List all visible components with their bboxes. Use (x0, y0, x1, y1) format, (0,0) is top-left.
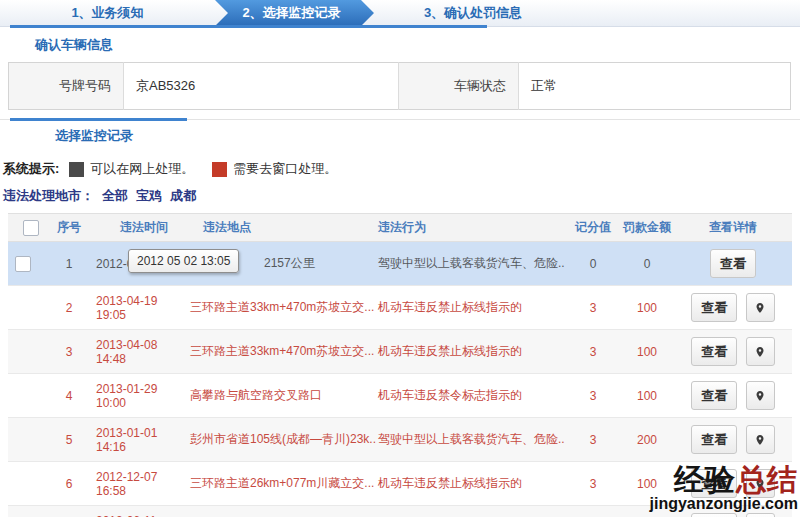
map-pin-button[interactable] (746, 293, 775, 322)
map-pin-icon (754, 301, 766, 315)
records-section-title: 选择监控记录 (55, 127, 800, 145)
view-button[interactable]: 查看 (691, 337, 737, 366)
map-pin-icon (754, 345, 766, 359)
cell-time-text: 2013-04-19 19:05 (96, 294, 157, 322)
table-row[interactable]: 5 2013-01-01 14:16 彭州市省道105线(成都—青川)23k..… (8, 418, 792, 462)
cell-seq: 4 (48, 374, 90, 418)
watermark-title: 经验总结 (650, 465, 798, 495)
view-button[interactable]: 查看 (691, 381, 737, 410)
tab-step-3-confirm-penalty[interactable]: 3、确认处罚信息 (368, 0, 578, 26)
header-behavior: 违法行为 (376, 214, 566, 242)
table-header-row: 序号 违法时间 违法地点 违法行为 记分值 罚款金额 查看详情 (8, 214, 792, 242)
view-button-label: 查看 (720, 255, 746, 273)
cell-behavior: 驾驶中型以上载客载货汽车、危险.. (376, 242, 566, 286)
view-button[interactable]: 查看 (710, 249, 756, 278)
header-seq: 序号 (48, 214, 90, 242)
vehicle-status-value: 正常 (519, 63, 791, 110)
map-pin-button[interactable] (746, 337, 775, 366)
select-all-checkbox[interactable] (23, 220, 39, 236)
table-row[interactable]: 3 2013-04-08 14:48 三环路主道33km+470m苏坡立交...… (8, 330, 792, 374)
cell-seq: 5 (48, 418, 90, 462)
view-button-label: 查看 (701, 343, 727, 361)
map-pin-icon (754, 433, 766, 447)
cell-seq: 7 (48, 506, 90, 517)
cell-time-text: 2012-06-11 19:35 (96, 514, 157, 517)
cell-points: 0 (566, 506, 620, 517)
cell-location-text: 彭州市省道105线(成都—青川)23k... (190, 432, 376, 446)
violation-records-page: 1、业务须知 2、选择监控记录 3、确认处罚信息 确认车辆信息 号牌号码 京AB… (0, 0, 800, 517)
vehicle-section-title: 确认车辆信息 (35, 36, 800, 54)
tab-step-2-select-records[interactable]: 2、选择监控记录 (215, 0, 374, 26)
map-pin-button[interactable] (746, 381, 775, 410)
cell-time-text: 2012-12-07 16:58 (96, 470, 157, 498)
cell-seq: 6 (48, 462, 90, 506)
map-pin-button[interactable] (746, 425, 775, 454)
city-option-chengdu[interactable]: 成都 (170, 188, 196, 203)
tab-step-1-business-notice[interactable]: 1、业务须知 (0, 0, 215, 26)
view-button-label: 查看 (701, 431, 727, 449)
cell-fine: 100 (620, 330, 674, 374)
cell-points: 3 (566, 330, 620, 374)
cell-fine: 200 (620, 418, 674, 462)
view-button[interactable]: 查看 (691, 425, 737, 454)
cell-points: 3 (566, 374, 620, 418)
cell-behavior: 机动车违反禁止标线指示的 (376, 286, 566, 330)
vehicle-status-label: 车辆状态 (399, 63, 519, 110)
cell-time-text: 2013-01-01 14:16 (96, 426, 157, 454)
cell-fine: 100 (620, 286, 674, 330)
cell-behavior: 驾驶中型以上载客载货汽车、危险.. (376, 418, 566, 462)
watermark-url: jingyanzongjie.com (650, 496, 798, 512)
city-option-baoji[interactable]: 宝鸡 (136, 188, 162, 203)
records-section: 选择监控记录 系统提示: 可以在网上处理。 需要去窗口处理。 违法处理地市：全部… (0, 119, 800, 517)
cell-location-text: 三环路主道33km+470m苏坡立交... (190, 344, 374, 358)
city-option-all[interactable]: 全部 (102, 188, 128, 203)
map-pin-button[interactable] (746, 513, 775, 517)
plate-number-value: 京AB5326 (124, 63, 399, 110)
city-filter-label: 违法处理地市： (3, 188, 94, 203)
cell-points: 3 (566, 286, 620, 330)
header-fine: 罚款金额 (620, 214, 674, 242)
table-row[interactable]: 1 2012-05-02 1 2012 05 02 13:05 2157公里 驾… (8, 242, 792, 286)
table-row[interactable]: 2 2013-04-19 19:05 三环路主道33km+470m苏坡立交...… (8, 286, 792, 330)
cell-behavior: 驾驶中型以上载客载货汽车、危险.. (376, 506, 566, 517)
view-button[interactable]: 查看 (691, 293, 737, 322)
plate-number-label: 号牌号码 (9, 63, 124, 110)
online-tip-text: 可以在网上处理。 (90, 160, 194, 178)
cell-time-text: 2013-01-29 10:00 (96, 382, 157, 410)
cell-behavior: 机动车违反禁令标志指示的 (376, 374, 566, 418)
cell-behavior: 机动车违反禁止标线指示的 (376, 462, 566, 506)
online-color-swatch (69, 162, 84, 177)
watermark: 经验总结 jingyanzongjie.com (650, 465, 798, 512)
header-location: 违法地点 (188, 214, 376, 242)
cell-location-text: 三环路主道33km+470m苏坡立交... (190, 300, 374, 314)
cell-location-text: 三环路主道26km+077m川藏立交... (190, 476, 374, 490)
cell-fine: 100 (620, 374, 674, 418)
tabs-active-underline (10, 25, 487, 28)
window-tip-text: 需要去窗口处理。 (233, 160, 337, 178)
cell-seq: 3 (48, 330, 90, 374)
header-detail: 查看详情 (674, 214, 792, 242)
time-tooltip: 2012 05 02 13:05 (128, 249, 239, 273)
cell-time-text: 2013-04-08 14:48 (96, 338, 157, 366)
cell-points: 3 (566, 462, 620, 506)
cell-location-text: 2157公里 (264, 256, 315, 270)
view-button-label: 查看 (701, 387, 727, 405)
step-tabs-bar: 1、业务须知 2、选择监控记录 3、确认处罚信息 (0, 0, 800, 26)
window-color-swatch (212, 162, 227, 177)
cell-location-text: 高攀路与航空路交叉路口 (190, 388, 322, 402)
vehicle-info-form: 号牌号码 京AB5326 车辆状态 正常 (8, 62, 791, 110)
table-row[interactable]: 4 2013-01-29 10:00 高攀路与航空路交叉路口 机动车违反禁令标志… (8, 374, 792, 418)
cell-seq: 2 (48, 286, 90, 330)
system-tip-line: 系统提示: 可以在网上处理。 需要去窗口处理。 (3, 160, 800, 178)
map-pin-icon (754, 389, 766, 403)
header-time: 违法时间 (90, 214, 188, 242)
system-tip-label: 系统提示: (3, 160, 59, 178)
view-button-label: 查看 (701, 299, 727, 317)
city-filter-line: 违法处理地市：全部宝鸡成都 (3, 187, 800, 205)
cell-behavior: 机动车违反禁止标线指示的 (376, 330, 566, 374)
records-tab-underline (10, 118, 187, 121)
row-checkbox[interactable] (15, 256, 31, 272)
cell-seq: 1 (48, 242, 90, 286)
cell-points: 0 (566, 242, 620, 286)
view-button[interactable]: 查看 (691, 513, 737, 517)
